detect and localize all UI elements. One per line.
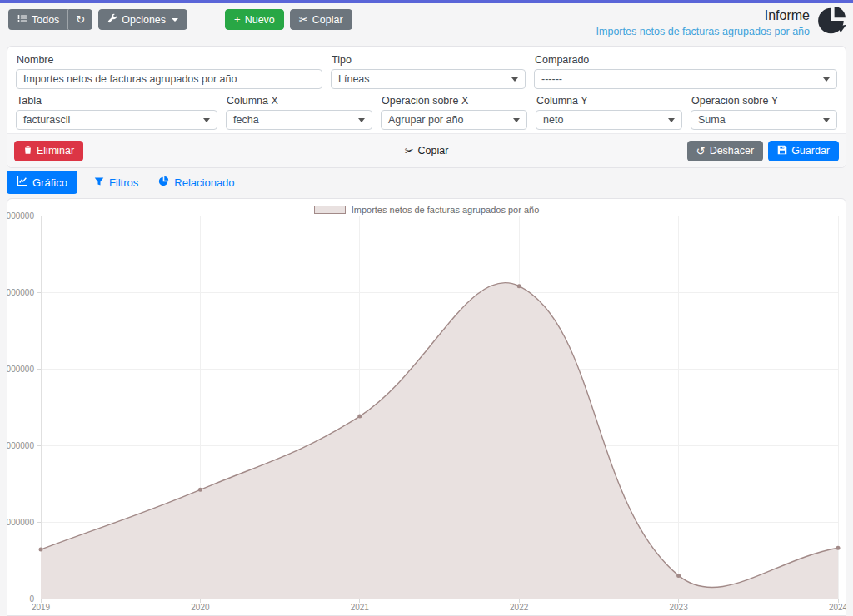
copiar-label: Copiar	[418, 145, 449, 156]
copiar-top-button[interactable]: ✂ Copiar	[290, 9, 352, 30]
legend-swatch	[314, 206, 346, 214]
pie-icon	[158, 176, 169, 189]
chart-canvas[interactable]: 0500000010000000150000002000000025000000…	[7, 199, 846, 615]
list-icon	[17, 13, 27, 26]
svg-text:2023: 2023	[669, 603, 688, 612]
operacion-y-value: Suma	[698, 114, 726, 126]
scissors-icon: ✂	[405, 146, 414, 156]
svg-text:2024: 2024	[829, 603, 846, 612]
field-tabla: Tabla facturascli	[16, 93, 217, 130]
funnel-icon	[94, 176, 104, 189]
columna-x-value: fecha	[233, 114, 259, 126]
caret-down-icon	[823, 118, 830, 122]
tab-relacionado-label: Relacionado	[174, 176, 234, 189]
opciones-label: Opciones	[122, 14, 166, 26]
todos-button[interactable]: Todos	[8, 9, 68, 30]
field-columna-x: Columna X fecha	[226, 93, 372, 130]
comparado-value: ------	[541, 73, 562, 85]
copiar-top-label: Copiar	[312, 14, 343, 26]
toolbar: Todos ↻ Opciones + Nuevo ✂ Copiar	[8, 9, 352, 30]
nuevo-button[interactable]: + Nuevo	[225, 9, 284, 30]
todos-label: Todos	[32, 14, 59, 26]
chart-legend[interactable]: Importes netos de facturas agrupados por…	[7, 205, 846, 215]
field-nombre: Nombre	[16, 52, 322, 89]
operacion-x-value: Agrupar por año	[388, 114, 463, 126]
field-tipo: Tipo Líneas	[331, 52, 526, 89]
tab-filtros-label: Filtros	[109, 176, 138, 189]
tabla-value: facturascli	[23, 114, 70, 126]
copiar-button[interactable]: ✂ Copiar	[396, 141, 458, 161]
tab-grafico-label: Gráfico	[32, 176, 67, 189]
operacion-x-label: Operación sobre X	[382, 95, 527, 107]
svg-text:2022: 2022	[510, 603, 529, 612]
tabla-select[interactable]: facturascli	[16, 110, 217, 130]
eliminar-button[interactable]: Eliminar	[14, 141, 83, 161]
report-config-card: Nombre Tipo Líneas Comparado ------	[7, 46, 846, 168]
eliminar-label: Eliminar	[37, 145, 74, 156]
svg-text:2019: 2019	[32, 603, 51, 612]
page-subtitle[interactable]: Importes netos de facturas agrupados por…	[596, 26, 810, 37]
deshacer-label: Deshacer	[710, 145, 755, 156]
columna-y-select[interactable]: neto	[536, 110, 682, 130]
svg-text:2020: 2020	[191, 603, 210, 612]
nombre-label: Nombre	[17, 54, 322, 66]
field-operacion-y: Operación sobre Y Suma	[691, 93, 837, 130]
comparado-select[interactable]: ------	[534, 69, 837, 89]
columna-x-label: Columna X	[227, 95, 372, 107]
tipo-select[interactable]: Líneas	[331, 69, 526, 89]
scissors-icon: ✂	[299, 14, 308, 25]
caret-down-icon	[668, 118, 675, 122]
field-columna-y: Columna Y neto	[536, 93, 682, 130]
wrench-icon	[107, 13, 117, 26]
tipo-label: Tipo	[332, 54, 526, 66]
field-comparado: Comparado ------	[534, 52, 837, 89]
save-icon	[777, 145, 787, 157]
columna-y-label: Columna Y	[536, 95, 682, 107]
svg-text:10000000: 10000000	[7, 441, 34, 450]
operacion-y-label: Operación sobre Y	[691, 95, 837, 107]
svg-text:0: 0	[29, 594, 34, 604]
svg-text:5000000: 5000000	[7, 518, 34, 527]
tabla-label: Tabla	[17, 95, 217, 107]
operacion-y-select[interactable]: Suma	[691, 110, 837, 130]
deshacer-button[interactable]: ↺ Deshacer	[687, 141, 763, 161]
field-operacion-x: Operación sobre X Agrupar por año	[381, 93, 527, 130]
tab-filtros[interactable]: Filtros	[91, 171, 142, 194]
guardar-label: Guardar	[791, 145, 830, 156]
opciones-button[interactable]: Opciones	[98, 9, 187, 30]
tab-relacionado[interactable]: Relacionado	[155, 171, 237, 194]
refresh-button[interactable]: ↻	[68, 9, 92, 30]
tab-grafico[interactable]: Gráfico	[7, 171, 77, 194]
top-accent-strip	[0, 0, 853, 3]
caret-down-icon	[511, 77, 518, 82]
trash-icon	[23, 145, 32, 157]
guardar-button[interactable]: Guardar	[768, 141, 839, 161]
caret-down-icon	[358, 118, 365, 122]
comparado-label: Comparado	[535, 54, 837, 66]
caret-down-icon	[172, 18, 178, 22]
svg-text:15000000: 15000000	[7, 365, 34, 374]
nombre-input[interactable]	[16, 69, 322, 89]
caret-down-icon	[823, 77, 830, 82]
columna-x-select[interactable]: fecha	[226, 110, 372, 130]
nuevo-label: Nuevo	[245, 14, 275, 26]
view-tabs: Gráfico Filtros Relacionado	[7, 171, 238, 194]
operacion-x-select[interactable]: Agrupar por año	[381, 110, 527, 130]
page-header: Informe Importes netos de facturas agrup…	[596, 8, 810, 37]
refresh-icon: ↻	[76, 14, 85, 25]
legend-label: Importes netos de facturas agrupados por…	[352, 205, 540, 215]
page-title: Informe	[596, 8, 810, 23]
tipo-value: Líneas	[338, 73, 370, 85]
pie-chart-logo-icon	[816, 5, 848, 37]
plus-icon: +	[234, 14, 241, 25]
caret-down-icon	[513, 118, 520, 122]
svg-text:2021: 2021	[351, 603, 370, 612]
chart-card: 0500000010000000150000002000000025000000…	[7, 198, 846, 616]
chart-line-icon	[17, 176, 27, 189]
report-form: Nombre Tipo Líneas Comparado ------	[7, 47, 846, 130]
todos-button-group: Todos ↻	[8, 9, 92, 30]
columna-y-value: neto	[543, 114, 563, 126]
form-actions-bar: Eliminar ✂ Copiar ↺ Deshacer Guardar	[7, 133, 846, 167]
undo-icon: ↺	[696, 146, 706, 156]
caret-down-icon	[203, 118, 210, 122]
